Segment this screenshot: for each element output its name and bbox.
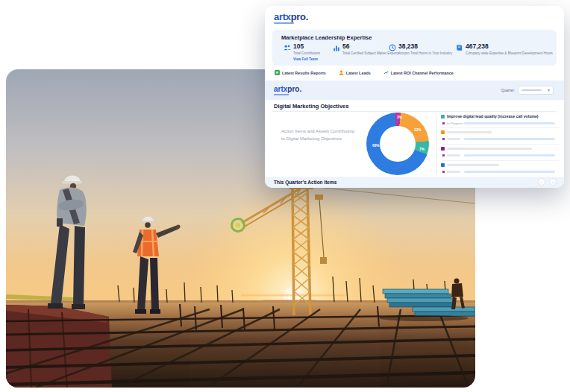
- vertical-divider: [436, 115, 437, 174]
- tab-label: Latest Leads: [346, 71, 371, 75]
- objective-color-square: [441, 115, 445, 118]
- status-placeholder: [447, 138, 460, 140]
- logo-secondary: pro.: [291, 11, 308, 22]
- segment-label: 22%: [414, 128, 422, 132]
- progress-track: [464, 122, 555, 125]
- leadership-panel: Marketplace Leadership Expertise 105 Tot…: [272, 30, 557, 66]
- tab-latest-results-reports[interactable]: Latest Results Reports: [275, 70, 326, 75]
- stat-label: Company-wide Expertise & Blueprint Devel…: [466, 51, 553, 55]
- status-dot: [442, 171, 445, 173]
- stat-value: 38,238: [398, 43, 452, 50]
- logo-tagline: [274, 94, 289, 95]
- status-dot: [442, 138, 445, 140]
- description-line2: to Digital Marketing Objectives: [281, 135, 354, 142]
- status-dot: [442, 122, 445, 124]
- donut-chart: 3% 22% 7% 68%: [366, 113, 429, 175]
- progress-track: [464, 154, 555, 157]
- prev-arrow-button[interactable]: ←: [538, 178, 545, 186]
- artxpro-logo: artxpro.: [274, 11, 308, 24]
- objective-color-square: [441, 163, 445, 167]
- tab-latest-leads[interactable]: Latest Leads: [339, 70, 371, 75]
- quarter-dropdown[interactable]: ▾: [518, 86, 554, 95]
- progress-track: [464, 171, 555, 174]
- report-icon: [275, 70, 280, 75]
- tab-label: Latest Results Reports: [282, 71, 326, 75]
- objectives-title: Digital Marketing Objectives: [274, 103, 348, 110]
- stat-value: 105: [293, 43, 320, 50]
- objectives-description: Action Items and Assets Contributing to …: [281, 127, 354, 142]
- segment-label: 68%: [372, 144, 380, 148]
- objective-color-square: [441, 147, 445, 151]
- tab-label: Latest ROI Channel Performance: [391, 71, 454, 75]
- status-label: In Progress: [447, 121, 463, 125]
- right-arrow-icon: →: [551, 180, 555, 184]
- report-tabs: Latest Results Reports Latest Leads Late…: [275, 70, 454, 75]
- objective-row: [441, 128, 559, 145]
- view-full-team-link[interactable]: View Full Team: [293, 57, 320, 61]
- footer-band: This Quarter's Action Items ← →: [265, 177, 564, 188]
- dashboard-card: artxpro. Marketplace Leadership Expertis…: [265, 6, 564, 188]
- page: artxpro. Marketplace Leadership Expertis…: [0, 0, 570, 392]
- leads-icon: [339, 70, 344, 75]
- bar-chart-icon: [333, 44, 340, 51]
- title-placeholder: [447, 131, 492, 133]
- inner-header-band: artxpro. Quarter: ▾: [265, 80, 564, 100]
- objective-color-square: [441, 130, 445, 134]
- objectives-list: Improve digital lead quality (increase c…: [441, 112, 559, 177]
- logo-primary: artx: [274, 11, 291, 22]
- leadership-title: Marketplace Leadership Expertise: [281, 34, 372, 41]
- footer-title: This Quarter's Action Items: [274, 180, 336, 185]
- dropdown-placeholder: [522, 89, 542, 91]
- quarter-label: Quarter:: [501, 88, 515, 92]
- tab-latest-roi-channel-performance[interactable]: Latest ROI Channel Performance: [383, 70, 454, 75]
- objective-row: [441, 145, 559, 161]
- stat-value: 467,238: [466, 43, 553, 50]
- trend-icon: [383, 70, 389, 75]
- logo-primary: artx: [274, 85, 287, 93]
- clock-icon: [389, 44, 396, 51]
- logo-tagline: [274, 22, 294, 24]
- progress-track: [464, 138, 555, 141]
- chevron-down-icon: ▾: [548, 88, 550, 92]
- team-icon: [284, 44, 291, 51]
- left-arrow-icon: ←: [539, 180, 544, 184]
- status-placeholder: [447, 154, 460, 157]
- status-dot: [442, 154, 445, 157]
- objective-row: Improve digital lead quality (increase c…: [441, 112, 559, 128]
- stat-label: Total Contributors: [293, 51, 320, 55]
- stat-total-hours: 38,238 Artxpro Total Hours in Your Indus…: [389, 43, 452, 55]
- book-icon: [456, 44, 463, 51]
- stat-companywide-hours: 467,238 Company-wide Expertise & Bluepri…: [456, 43, 553, 55]
- title-placeholder: [447, 148, 532, 150]
- title-placeholder: [447, 164, 499, 166]
- logo-secondary: pro.: [287, 85, 301, 93]
- stat-total-contributors: 105 Total Contributors View Full Team: [284, 43, 320, 61]
- stat-label: Artxpro Total Hours in Your Industry: [398, 51, 452, 55]
- pagination: ← →: [538, 178, 557, 186]
- status-placeholder: [447, 171, 460, 173]
- next-arrow-button[interactable]: →: [549, 178, 557, 186]
- segment-label: 3%: [397, 116, 402, 119]
- description-line1: Action Items and Assets Contributing: [281, 127, 354, 135]
- segment-label: 7%: [419, 148, 425, 151]
- artxpro-logo-small: artxpro.: [274, 84, 301, 95]
- objective-title: Improve digital lead quality (increase c…: [447, 114, 539, 118]
- objective-row: [441, 161, 559, 177]
